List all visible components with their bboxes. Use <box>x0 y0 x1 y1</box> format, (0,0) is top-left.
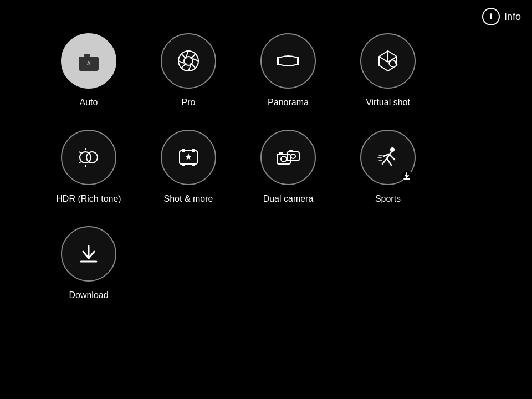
mode-auto-circle: A <box>61 33 116 89</box>
svg-rect-31 <box>182 163 185 166</box>
svg-line-25 <box>79 152 81 153</box>
mode-panorama[interactable]: Panorama <box>255 33 321 108</box>
info-icon: i <box>482 8 500 25</box>
mode-virtual-shot[interactable]: Virtual shot <box>355 33 421 108</box>
mode-hdr-label: HDR (Rich tone) <box>56 194 121 204</box>
svg-line-11 <box>191 54 195 59</box>
svg-rect-39 <box>289 150 293 152</box>
modes-row-3: Download <box>55 226 122 300</box>
svg-line-14 <box>182 54 186 59</box>
svg-rect-15 <box>277 57 279 65</box>
svg-line-7 <box>186 51 188 57</box>
info-label: Info <box>504 11 521 23</box>
shot-more-icon <box>175 144 202 171</box>
svg-marker-33 <box>185 153 192 160</box>
svg-point-23 <box>86 152 98 163</box>
dual-camera-icon <box>275 144 301 171</box>
svg-line-42 <box>382 158 387 164</box>
mode-panorama-label: Panorama <box>268 98 309 108</box>
mode-pro[interactable]: Pro <box>155 33 222 108</box>
mode-auto-label: Auto <box>80 98 98 108</box>
mode-download-label: Download <box>69 290 108 300</box>
mode-shot-more[interactable]: Shot & more <box>155 130 222 204</box>
mode-dual-camera[interactable]: Dual camera <box>255 130 321 204</box>
mode-pro-circle <box>161 33 216 89</box>
virtual-shot-icon <box>375 48 401 74</box>
panorama-icon <box>275 48 301 74</box>
svg-text:A: A <box>86 60 90 66</box>
svg-rect-3 <box>84 54 90 57</box>
mode-auto[interactable]: A Auto <box>55 33 122 108</box>
modes-row-1: A Auto <box>55 33 421 108</box>
pro-icon <box>175 48 202 74</box>
svg-rect-29 <box>182 149 185 152</box>
mode-download[interactable]: Download <box>55 226 122 300</box>
svg-rect-37 <box>287 152 299 161</box>
svg-line-8 <box>193 59 198 61</box>
mode-download-circle <box>61 226 116 282</box>
svg-rect-36 <box>279 152 283 155</box>
svg-rect-16 <box>297 57 299 65</box>
hdr-icon <box>75 144 102 171</box>
modes-row-2: HDR (Rich tone) Shot & more <box>55 130 421 204</box>
svg-line-10 <box>178 61 184 63</box>
svg-rect-32 <box>192 163 195 166</box>
info-button[interactable]: i Info <box>482 8 521 25</box>
svg-point-5 <box>178 51 198 71</box>
mode-sports-label: Sports <box>375 194 401 204</box>
mode-sports-circle <box>360 130 416 185</box>
svg-line-45 <box>389 154 395 160</box>
svg-line-20 <box>379 57 388 62</box>
camera-modes-grid: A Auto <box>0 0 532 300</box>
mode-dual-camera-circle <box>260 130 316 185</box>
sports-icon <box>375 144 401 171</box>
mode-virtual-shot-circle <box>360 33 416 89</box>
svg-point-38 <box>291 154 295 158</box>
svg-line-9 <box>188 65 191 71</box>
mode-hdr[interactable]: HDR (Rich tone) <box>55 130 122 204</box>
svg-point-40 <box>390 147 395 152</box>
mode-sports[interactable]: Sports <box>355 130 421 204</box>
mode-shot-more-label: Shot & more <box>164 194 213 204</box>
mode-pro-label: Pro <box>182 98 196 108</box>
mode-hdr-circle <box>61 130 116 185</box>
svg-point-22 <box>80 152 91 163</box>
auto-icon: A <box>75 48 102 74</box>
svg-line-26 <box>79 162 81 163</box>
mode-dual-camera-label: Dual camera <box>263 194 314 204</box>
svg-line-43 <box>387 158 391 165</box>
svg-point-35 <box>281 156 287 162</box>
svg-rect-34 <box>277 154 290 164</box>
mode-panorama-circle <box>260 33 316 89</box>
svg-line-13 <box>182 63 186 68</box>
svg-line-12 <box>191 63 195 68</box>
download-icon <box>75 241 102 267</box>
mode-virtual-shot-label: Virtual shot <box>366 98 410 108</box>
mode-shot-more-circle <box>161 130 216 185</box>
sports-download-badge <box>401 171 412 182</box>
svg-rect-30 <box>192 149 195 152</box>
